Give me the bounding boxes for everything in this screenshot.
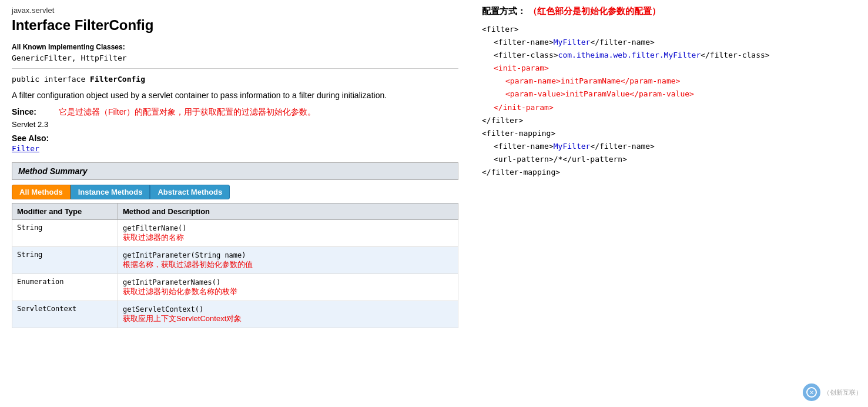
interface-title: Interface FilterConfig (12, 17, 458, 34)
see-also-label: See Also: (12, 134, 458, 143)
table-row: String getInitParameter(String name) 根据名… (12, 247, 458, 274)
xml-url-value: /* (554, 155, 563, 164)
xml-filter-close: </filter> (482, 114, 856, 127)
col-modifier: Modifier and Type (12, 204, 118, 220)
xml-filter-name: <filter-name>MyFilter</filter-name> (494, 36, 856, 49)
servlet-version: Servlet 2.3 (12, 120, 458, 129)
col-method: Method and Description (118, 204, 458, 220)
table-row: Enumeration getInitParameterNames() 获取过滤… (12, 274, 458, 301)
config-title: 配置方式： （红色部分是初始化参数的配置） (482, 6, 856, 17)
xml-block: <filter> <filter-name>MyFilter</filter-n… (482, 23, 856, 179)
known-classes-label: All Known Implementing Classes: (12, 43, 458, 51)
xml-filter-mapping-open: <filter-mapping> (482, 127, 856, 140)
tab-instance-methods[interactable]: Instance Methods (71, 185, 150, 199)
table-row: String getFilterName() 获取过滤器的名称 (12, 220, 458, 247)
xml-param-value: <param-value>initParamValue</param-value… (505, 88, 856, 101)
method-table: Modifier and Type Method and Description… (12, 203, 458, 328)
see-also-block: See Also: Filter (12, 134, 458, 153)
method-desc: 获取应用上下文ServletContext对象 (123, 314, 242, 323)
method-desc: 根据名称，获取过滤器初始化参数的值 (123, 260, 253, 269)
code-classname: FilterConfig (90, 75, 145, 84)
xml-myfilter-link1[interactable]: MyFilter (554, 38, 591, 46)
xml-filter-open: <filter> (482, 23, 856, 36)
method-cell: getFilterName() 获取过滤器的名称 (118, 220, 458, 247)
method-name[interactable]: getInitParameterNames() (123, 278, 220, 286)
code-public: public interface (12, 75, 90, 84)
method-name[interactable]: getServletContext() (123, 305, 203, 313)
watermark-icon: ✕ (803, 383, 820, 401)
method-name[interactable]: getInitParameter(String name) (123, 251, 246, 259)
xml-class-link[interactable]: com.itheima.web.filter.MyFilter (558, 51, 701, 59)
since-row: Since: 它是过滤器（Filter）的配置对象，用于获取配置的过滤器初始化参… (12, 107, 458, 118)
method-tabs: All Methods Instance Methods Abstract Me… (12, 185, 458, 199)
svg-text:✕: ✕ (809, 389, 814, 396)
config-title-text: 配置方式： (482, 6, 526, 16)
since-label: Since: (12, 107, 59, 118)
tab-abstract-methods[interactable]: Abstract Methods (150, 185, 230, 199)
table-row: ServletContext getServletContext() 获取应用上… (12, 301, 458, 328)
xml-filter-mapping-close: </filter-mapping> (482, 166, 856, 179)
xml-init-param-close: </init-param> (494, 101, 856, 114)
method-summary-section: Method Summary All Methods Instance Meth… (12, 162, 458, 328)
since-note: 它是过滤器（Filter）的配置对象，用于获取配置的过滤器初始化参数。 (59, 107, 316, 118)
method-name[interactable]: getFilterName() (123, 224, 186, 232)
description: A filter configuration object used by a … (12, 91, 458, 100)
code-block: public interface FilterConfig (12, 75, 458, 84)
method-type: ServletContext (12, 301, 118, 328)
right-panel: 配置方式： （红色部分是初始化参数的配置） <filter> <filter-n… (470, 0, 868, 407)
method-type: String (12, 247, 118, 274)
divider (12, 68, 458, 69)
xml-fm-filter-name: <filter-name>MyFilter</filter-name> (494, 140, 856, 153)
xml-init-param-open: <init-param> (494, 62, 856, 75)
tab-all-methods[interactable]: All Methods (12, 185, 71, 199)
config-subtitle: （红色部分是初始化参数的配置） (528, 6, 661, 16)
method-desc: 获取过滤器的名称 (123, 233, 184, 242)
method-type: String (12, 220, 118, 247)
method-cell: getInitParameterNames() 获取过滤器初始化参数名称的枚举 (118, 274, 458, 301)
left-panel: javax.servlet Interface FilterConfig All… (0, 0, 470, 407)
method-cell: getServletContext() 获取应用上下文ServletContex… (118, 301, 458, 328)
watermark: ✕ （创新互联） (803, 383, 862, 401)
xml-filter-class: <filter-class>com.itheima.web.filter.MyF… (494, 49, 856, 62)
xml-param-name: <param-name>initParamName</param-name> (505, 75, 856, 88)
known-classes-values: GenericFilter, HttpFilter (12, 54, 458, 62)
method-cell: getInitParameter(String name) 根据名称，获取过滤器… (118, 247, 458, 274)
see-also-link[interactable]: Filter (12, 144, 458, 153)
method-type: Enumeration (12, 274, 118, 301)
method-desc: 获取过滤器初始化参数名称的枚举 (123, 287, 237, 296)
package-name: javax.servlet (12, 6, 458, 15)
method-summary-title: Method Summary (12, 162, 458, 180)
watermark-text: （创新互联） (823, 388, 862, 397)
xml-url-pattern: <url-pattern>/*</url-pattern> (494, 153, 856, 166)
xml-myfilter-link2[interactable]: MyFilter (554, 142, 591, 151)
